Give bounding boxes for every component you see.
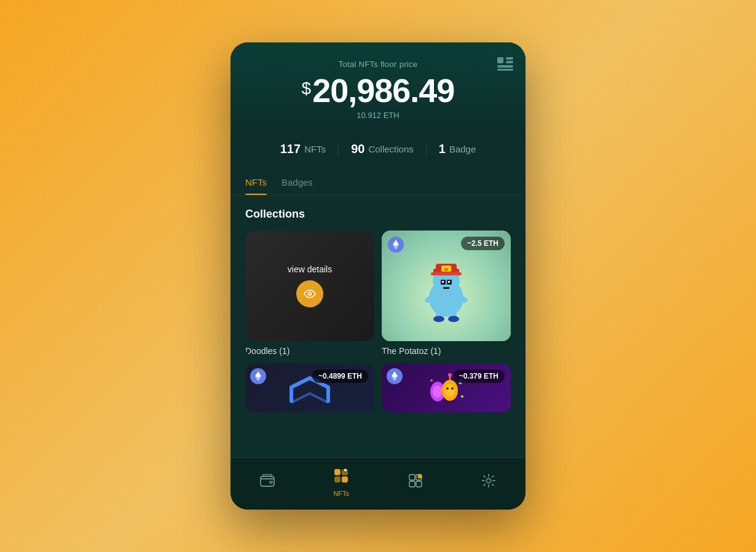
svg-rect-19 <box>442 281 444 283</box>
badge-label: Badge <box>449 144 476 154</box>
potatoz-card[interactable]: ~2.5 ETH <box>382 231 511 356</box>
phone-card: Total NFTs floor price $ 20,986.49 10.91… <box>230 42 526 510</box>
svg-rect-3 <box>497 65 513 68</box>
badge-count: 1 <box>439 142 446 156</box>
svg-marker-30 <box>392 371 398 378</box>
nfts-icon <box>333 468 349 487</box>
dollar-sign: $ <box>302 79 312 98</box>
eye-button[interactable] <box>296 280 323 307</box>
svg-point-54 <box>417 475 422 479</box>
collections-count: 90 <box>351 142 364 156</box>
svg-marker-28 <box>255 371 261 378</box>
svg-rect-21 <box>443 287 449 289</box>
collections-label: Collections <box>368 144 413 154</box>
view-details-text: view details <box>288 264 332 274</box>
nav-wallet[interactable] <box>250 471 285 494</box>
svg-point-26 <box>433 316 444 322</box>
wallet-icon <box>260 474 275 491</box>
tab-nfts[interactable]: NFTs <box>245 171 267 195</box>
svg-rect-53 <box>416 481 422 487</box>
settings-icon <box>481 473 496 492</box>
svg-rect-14 <box>431 272 462 275</box>
maverick-card[interactable]: ~0.4899 ETH <box>245 363 374 412</box>
nfts-label: NFTs <box>304 144 326 154</box>
stats-row: 117 NFTs 90 Collections 1 Badge <box>230 132 526 166</box>
svg-rect-47 <box>334 476 341 483</box>
svg-point-39 <box>448 373 452 377</box>
layout-icon[interactable] <box>497 57 513 74</box>
svg-point-7 <box>309 293 311 295</box>
svg-point-36 <box>446 387 449 390</box>
svg-rect-52 <box>409 481 415 487</box>
doodles-card[interactable]: view details Doodles (1) <box>245 231 374 356</box>
apps-icon <box>408 473 423 492</box>
eth-price: 10.912 ETH <box>245 111 511 120</box>
top-row: view details Doodles (1) <box>245 231 511 356</box>
nav-apps[interactable] <box>398 471 433 494</box>
potatoz-eth-value: ~2.5 ETH <box>467 239 498 248</box>
header-section: Total NFTs floor price $ 20,986.49 10.91… <box>230 42 526 132</box>
floor-price-label: Total NFTs floor price <box>245 60 511 69</box>
svg-point-35 <box>445 384 455 396</box>
cosmic-eth-badge: ~0.379 ETH <box>453 369 505 383</box>
nfts-stat[interactable]: 117 NFTs <box>268 142 339 156</box>
svg-point-37 <box>451 387 454 390</box>
svg-rect-44 <box>269 481 273 484</box>
main-price: 20,986.49 <box>312 74 454 107</box>
doodles-visual: view details <box>245 231 374 341</box>
svg-point-41 <box>430 379 433 382</box>
badge-stat[interactable]: 1 Badge <box>427 142 489 156</box>
nfts-count: 117 <box>280 142 301 156</box>
main-content: Collections view details <box>230 195 526 457</box>
bottom-row: ~0.4899 ETH <box>245 363 511 412</box>
potatoz-name: The Potatoz (1) <box>382 346 511 356</box>
collections-stat[interactable]: 90 Collections <box>339 142 427 156</box>
collections-grid: view details Doodles (1) <box>245 231 511 412</box>
tab-badges[interactable]: Badges <box>282 171 313 195</box>
maverick-eth-icon <box>250 368 266 384</box>
svg-point-33 <box>433 385 443 398</box>
nfts-nav-label: NFTs <box>333 490 349 497</box>
svg-rect-48 <box>342 476 348 483</box>
collections-title: Collections <box>245 208 511 221</box>
svg-point-55 <box>487 479 491 483</box>
svg-rect-20 <box>448 281 450 283</box>
eth-icon-left <box>388 237 404 253</box>
svg-rect-45 <box>334 469 341 475</box>
cosmic-visual: ~0.379 ETH <box>382 363 511 412</box>
svg-rect-50 <box>409 475 415 480</box>
potatoz-visual: ~2.5 ETH <box>382 231 511 341</box>
svg-marker-8 <box>393 240 399 246</box>
cosmic-eth-icon <box>387 368 403 384</box>
maverick-visual: ~0.4899 ETH <box>245 363 374 412</box>
nav-settings[interactable] <box>471 471 506 494</box>
price-row: $ 20,986.49 <box>245 74 511 107</box>
maverick-eth-value: ~0.4899 ETH <box>318 372 362 380</box>
svg-rect-0 <box>497 57 503 63</box>
potatoz-eth-badge: ~2.5 ETH <box>461 237 505 250</box>
svg-rect-1 <box>506 57 513 60</box>
bottom-nav: NFTs <box>230 457 526 510</box>
nav-nfts[interactable]: NFTs <box>323 465 359 500</box>
svg-point-42 <box>461 395 463 398</box>
svg-rect-4 <box>497 69 513 71</box>
svg-point-27 <box>448 316 459 322</box>
cosmic-eth-value: ~0.379 ETH <box>459 372 498 380</box>
tabs-section: NFTs Badges <box>230 166 526 195</box>
cosmic-card[interactable]: ~0.379 ETH <box>382 363 511 412</box>
svg-rect-2 <box>506 61 513 63</box>
doodles-name: Doodles (1) <box>245 346 374 356</box>
maverick-eth-badge: ~0.4899 ETH <box>312 369 368 383</box>
svg-text:M: M <box>444 267 448 272</box>
